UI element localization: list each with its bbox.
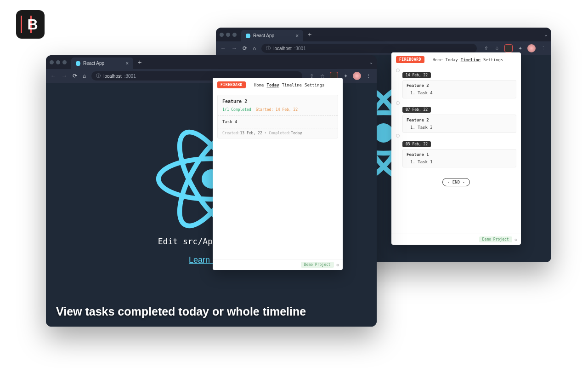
window-controls[interactable] — [220, 33, 241, 37]
timeline-feature: Feature 1 — [403, 150, 516, 160]
timeline-task: 1. Task 3 — [403, 125, 516, 132]
url-input[interactable]: ⓘ localhost:3001 — [261, 44, 477, 53]
browser-tab[interactable]: React App × — [71, 58, 133, 69]
bookmark-icon[interactable]: ☆ — [493, 45, 501, 52]
tab-bar: React App × + ⌄ — [216, 28, 551, 41]
back-button[interactable]: ← — [51, 73, 56, 79]
forward-button[interactable]: → — [232, 45, 237, 52]
feature-title: Feature 2 — [218, 95, 338, 108]
timeline-task: 1. Task 1 — [403, 160, 516, 167]
tabs-overflow-icon[interactable]: ⌄ — [369, 60, 373, 65]
task-meta: Created:13 Feb, 22 • Completed:Today — [218, 128, 338, 138]
settings-icon[interactable]: ⚙ — [515, 237, 517, 242]
close-tab-icon[interactable]: × — [295, 33, 299, 39]
completion-badge: 1/1 Completed — [222, 108, 251, 112]
tabs-overflow-icon[interactable]: ⌄ — [544, 32, 548, 37]
timeline-date: 07 Feb, 22 — [402, 107, 431, 113]
svg-point-11 — [78, 63, 79, 64]
task-row[interactable]: Task 4 — [218, 115, 338, 128]
forward-button[interactable]: → — [62, 73, 67, 79]
project-pill[interactable]: Demo Project — [301, 262, 334, 268]
nav-home[interactable]: Home — [433, 58, 443, 62]
timeline-line — [398, 74, 398, 188]
nav-home[interactable]: Home — [254, 83, 264, 87]
timeline-date: 14 Feb, 22 — [402, 72, 431, 78]
fireboard-badge: FIREBOARD — [217, 81, 246, 88]
profile-avatar[interactable] — [527, 44, 536, 52]
nav-today[interactable]: Today — [446, 58, 458, 62]
info-icon: ⓘ — [266, 45, 271, 52]
timeline-feature: Feature 2 — [403, 80, 516, 91]
tab-bar: React App × + ⌄ — [46, 55, 377, 69]
nav-timeline[interactable]: Timeline — [461, 58, 481, 62]
new-tab-button[interactable]: + — [138, 58, 141, 66]
url-host: localhost — [103, 74, 121, 79]
menu-icon[interactable]: ⋮ — [539, 45, 547, 52]
nav-settings[interactable]: Settings — [483, 58, 503, 62]
svg-point-7 — [374, 123, 393, 143]
fireboard-panel-timeline: FIREBOARD Home Today Timeline Settings 1… — [391, 52, 521, 245]
reload-button[interactable]: ⟳ — [243, 45, 247, 52]
info-icon: ⓘ — [96, 73, 101, 79]
new-tab-button[interactable]: + — [308, 31, 311, 38]
fireboard-extension-icon[interactable] — [504, 44, 513, 52]
menu-icon[interactable]: ⋮ — [365, 72, 372, 80]
timeline-node — [396, 134, 400, 138]
nav-today[interactable]: Today — [267, 83, 279, 87]
timeline-feature: Feature 2 — [403, 115, 516, 125]
profile-avatar[interactable] — [353, 72, 361, 80]
browser-tab[interactable]: React App × — [241, 30, 303, 41]
nav-settings[interactable]: Settings — [305, 83, 324, 87]
url-host: localhost — [273, 46, 291, 51]
timeline-task: 1. Task 4 — [403, 91, 516, 98]
timeline-node — [396, 101, 400, 105]
tab-title: React App — [83, 61, 104, 66]
url-port: :3001 — [124, 74, 136, 79]
back-button[interactable]: ← — [220, 45, 226, 52]
home-button[interactable]: ⌂ — [83, 73, 86, 79]
window-controls[interactable] — [50, 60, 71, 64]
project-pill[interactable]: Demo Project — [479, 236, 512, 242]
svg-point-3 — [248, 35, 249, 36]
started-label: Started: 14 Feb, 22 — [256, 108, 298, 112]
home-button[interactable]: ⌂ — [253, 45, 256, 52]
timeline-node — [396, 69, 400, 72]
timeline-end: - END - — [396, 177, 516, 185]
share-icon[interactable]: ⇧ — [482, 45, 490, 52]
nav-timeline[interactable]: Timeline — [282, 83, 302, 87]
marketing-caption: View tasks completed today or whole time… — [56, 305, 306, 318]
tab-title: React App — [253, 33, 274, 38]
feature-card: Feature 2 1/1 Completed Started: 14 Feb,… — [217, 95, 338, 138]
timeline-entry: 07 Feb, 22 Feature 2 1. Task 3 — [402, 104, 516, 133]
reload-button[interactable]: ⟳ — [73, 73, 77, 79]
url-port: :3001 — [294, 46, 306, 51]
extensions-icon[interactable]: ✦ — [342, 72, 349, 80]
settings-icon[interactable]: ⚙ — [337, 263, 339, 267]
close-tab-icon[interactable]: × — [125, 60, 129, 67]
fireboard-badge: FIREBOARD — [396, 56, 424, 63]
timeline-date: 05 Feb, 22 — [402, 141, 431, 147]
timeline-entry: 14 Feb, 22 Feature 2 1. Task 4 — [402, 69, 516, 98]
react-icon — [246, 34, 250, 38]
extensions-icon[interactable]: ✦ — [516, 45, 524, 52]
fireboard-panel-today: FIREBOARD Home Today Timeline Settings F… — [213, 78, 343, 270]
timeline-entry: 05 Feb, 22 Feature 1 1. Task 1 — [402, 138, 516, 167]
react-icon — [76, 61, 80, 66]
app-logo: B — [16, 10, 45, 39]
